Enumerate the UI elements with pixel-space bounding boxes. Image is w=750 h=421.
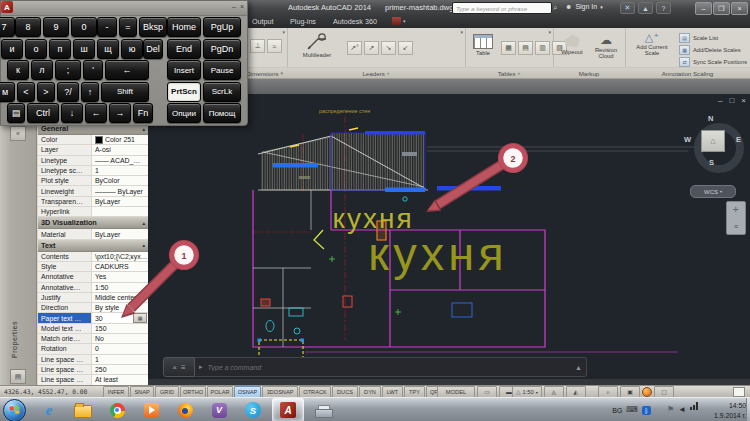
- property-section-header[interactable]: 3D Visualization▴: [38, 217, 148, 229]
- key-End[interactable]: End: [167, 39, 201, 59]
- property-row[interactable]: ColorColor 251: [38, 135, 148, 145]
- taskbar-icon-autocad[interactable]: A: [272, 398, 304, 421]
- collect-leader-icon[interactable]: ↙: [398, 41, 413, 55]
- scale-list-button[interactable]: ▤Scale List: [679, 33, 747, 43]
- property-row[interactable]: Model text …150: [38, 324, 148, 334]
- viewcube-south[interactable]: S: [709, 158, 714, 167]
- key-Insert[interactable]: Insert: [167, 60, 201, 80]
- key-↑[interactable]: ↑: [81, 82, 99, 102]
- collapse-icon[interactable]: ▴: [142, 220, 145, 226]
- language-indicator[interactable]: BG: [612, 407, 622, 414]
- property-row[interactable]: MaterialByLayer: [38, 229, 148, 239]
- key-PrtScn[interactable]: PrtScn: [167, 82, 201, 102]
- revision-cloud-button[interactable]: ☁ Revision Cloud: [590, 34, 622, 60]
- key-←[interactable]: ←: [85, 103, 107, 123]
- show-desktop-button[interactable]: [746, 398, 750, 421]
- keyboard-title-bar[interactable]: – ×: [1, 1, 247, 16]
- property-row[interactable]: Line space …1: [38, 355, 148, 365]
- bluetooth-icon[interactable]: ᛒ: [642, 406, 651, 415]
- panel-label-markup[interactable]: Markup: [553, 67, 625, 78]
- viewcube-top-face[interactable]: ⌂: [701, 130, 725, 152]
- taskbar-icon-media-player[interactable]: [136, 399, 166, 421]
- key-PgDn[interactable]: PgDn: [203, 39, 241, 59]
- key-PgUp[interactable]: PgUp: [203, 17, 241, 37]
- key-п[interactable]: п: [49, 39, 71, 59]
- panel-label-annotation-scaling[interactable]: Annotation Scaling: [625, 67, 750, 78]
- property-row[interactable]: Hyperlink: [38, 207, 148, 217]
- restore-button[interactable]: ❐: [713, 2, 730, 15]
- key-Помощ[interactable]: Помощ: [203, 103, 241, 123]
- search-binoculars-icon[interactable]: ⌕: [553, 3, 557, 13]
- property-row[interactable]: Rotation0: [38, 344, 148, 354]
- property-row[interactable]: StyleCADKURS: [38, 262, 148, 272]
- property-row[interactable]: Annotative…1:50: [38, 283, 148, 293]
- key-←[interactable]: ←: [105, 60, 149, 80]
- table-extract-icon[interactable]: ▦: [501, 41, 516, 55]
- key-л[interactable]: л: [31, 60, 53, 80]
- key-Ctrl[interactable]: Ctrl: [27, 103, 59, 123]
- cmd-customize-icon[interactable]: ≡: [181, 363, 186, 372]
- key-<[interactable]: <: [17, 82, 35, 102]
- key-Fn[interactable]: Fn: [133, 103, 153, 123]
- property-row[interactable]: LayerA-osi: [38, 145, 148, 155]
- key-'[interactable]: ': [83, 60, 103, 80]
- viewcube[interactable]: N W E S ⌂: [682, 114, 742, 194]
- dim-space-icon[interactable]: ⊥: [250, 39, 265, 53]
- keyboard-minimize-icon[interactable]: –: [232, 3, 236, 10]
- property-row[interactable]: Line space …At least: [38, 375, 148, 385]
- ribbon-tab-autodesk360[interactable]: Autodesk 360: [333, 15, 377, 28]
- taskbar-icon-viber[interactable]: V: [204, 399, 234, 421]
- key-↓[interactable]: ↓: [61, 103, 83, 123]
- collapse-icon[interactable]: ▴: [142, 242, 145, 248]
- taskbar-icon-file-explorer[interactable]: [68, 399, 98, 421]
- property-row[interactable]: Plot styleByColor: [38, 176, 148, 186]
- panel-dropdown-icon[interactable]: ▾: [460, 29, 463, 35]
- drawing-canvas[interactable]: распределение стен кухня кухня – □ × N W…: [148, 94, 750, 385]
- key-и[interactable]: и: [1, 39, 23, 59]
- panel-label-leaders[interactable]: Leaders»: [287, 67, 465, 78]
- property-row[interactable]: Linetype—— ACAD_…: [38, 156, 148, 166]
- status-tray-icon[interactable]: [642, 387, 652, 397]
- key--[interactable]: -: [97, 17, 117, 37]
- property-row[interactable]: Match orie…No: [38, 334, 148, 344]
- add-delete-scales-button[interactable]: ▦Add/Delete Scales: [679, 45, 747, 55]
- help-icon[interactable]: ?: [656, 2, 671, 14]
- panel-label-tables[interactable]: Tables»: [465, 67, 553, 78]
- taskbar-clock[interactable]: 14:50 1.9.2014 г.: [714, 401, 746, 420]
- key-ш[interactable]: ш: [73, 39, 95, 59]
- property-row[interactable]: Contents\pxt10;{\C2;кух…: [38, 252, 148, 262]
- keyboard-icon[interactable]: ⌨: [626, 406, 638, 414]
- quickcalc-button[interactable]: ▦: [133, 313, 147, 322]
- help-search[interactable]: [452, 2, 552, 14]
- doc-minimize-icon[interactable]: –: [718, 96, 722, 105]
- key-ю[interactable]: ю: [121, 39, 143, 59]
- key-7[interactable]: 7: [0, 17, 15, 37]
- key-к[interactable]: к: [7, 60, 29, 80]
- dim-jog-icon[interactable]: ≈: [267, 39, 282, 53]
- key-Del[interactable]: Del: [143, 39, 163, 59]
- key-Опции[interactable]: Опции: [167, 103, 201, 123]
- exchange-apps-icon[interactable]: ✕: [620, 2, 635, 14]
- table-link-icon[interactable]: ▤: [518, 41, 533, 55]
- sync-scale-positions-button[interactable]: ⇄Sync Scale Positions: [679, 57, 747, 67]
- add-current-scale-button[interactable]: △⁺ Add Current Scale: [629, 32, 675, 57]
- key-9[interactable]: 9: [43, 17, 69, 37]
- taskbar-icon-fax-printer[interactable]: [308, 399, 338, 421]
- navigation-bar[interactable]: ✛ ≡: [726, 201, 746, 235]
- property-row[interactable]: Transparen…ByLayer: [38, 197, 148, 207]
- key->[interactable]: >: [37, 82, 55, 102]
- key-→[interactable]: →: [109, 103, 131, 123]
- autodesk360-icon[interactable]: ▲: [638, 2, 653, 14]
- ribbon-tab-plugins[interactable]: Plug-ins: [290, 15, 316, 28]
- property-row[interactable]: Line space …250: [38, 365, 148, 375]
- panel-dropdown-icon[interactable]: ▾: [548, 29, 551, 35]
- key-0[interactable]: 0: [71, 17, 97, 37]
- key-Home[interactable]: Home: [167, 17, 201, 37]
- viewcube-north[interactable]: N: [708, 114, 713, 123]
- orbit-icon[interactable]: ≡: [734, 223, 738, 230]
- key-▤[interactable]: ▤: [7, 103, 25, 123]
- key-Bksp[interactable]: Bksp: [139, 17, 167, 37]
- flag-icon[interactable]: ⚑: [667, 406, 674, 414]
- align-leader-icon[interactable]: ↘: [381, 41, 396, 55]
- key-?/[interactable]: ?/: [57, 82, 79, 102]
